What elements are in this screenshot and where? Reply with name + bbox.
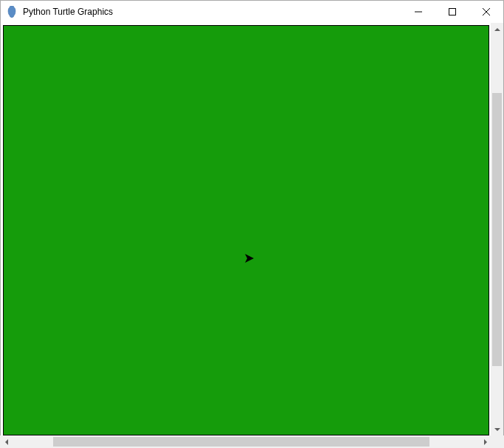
horizontal-scrollbar[interactable]: [0, 435, 504, 448]
window-titlebar: Python Turtle Graphics: [1, 1, 503, 23]
scroll-up-arrow-icon[interactable]: [491, 23, 503, 35]
horizontal-scroll-track[interactable]: [13, 435, 479, 448]
scrollbar-corner: [491, 435, 504, 448]
close-button[interactable]: [469, 1, 503, 23]
scroll-down-arrow-icon[interactable]: [491, 423, 503, 435]
vertical-scroll-thumb[interactable]: [492, 93, 502, 366]
minimize-button[interactable]: [401, 1, 435, 23]
app-icon: [7, 6, 18, 18]
scroll-right-arrow-icon[interactable]: [479, 435, 491, 448]
svg-rect-1: [449, 9, 456, 15]
window-title: Python Turtle Graphics: [23, 7, 401, 17]
canvas-wrapper: [1, 23, 491, 435]
window-controls: [401, 1, 503, 23]
vertical-scroll-track[interactable]: [491, 35, 503, 423]
scroll-left-arrow-icon[interactable]: [0, 435, 13, 448]
content-area: [1, 23, 503, 435]
turtle-canvas[interactable]: [3, 25, 489, 435]
turtle-cursor-icon: [245, 252, 255, 261]
maximize-button[interactable]: [435, 1, 469, 23]
vertical-scrollbar[interactable]: [491, 23, 503, 435]
horizontal-scroll-thumb[interactable]: [53, 437, 429, 447]
